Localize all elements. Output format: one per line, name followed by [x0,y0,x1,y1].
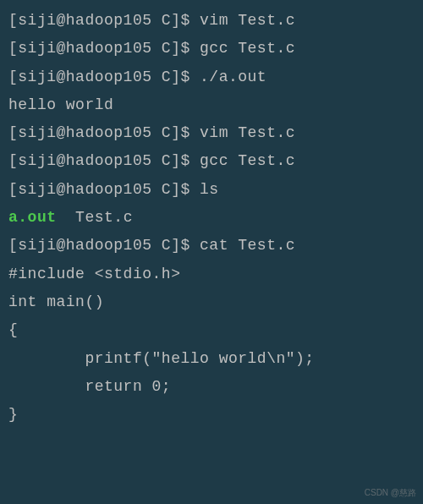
command-ls: ls [200,181,219,198]
prompt: [siji@hadoop105 C]$ [8,124,200,141]
source-main: int main() [8,288,415,316]
prompt: [siji@hadoop105 C]$ [8,152,200,169]
prompt: [siji@hadoop105 C]$ [8,12,200,29]
prompt: [siji@hadoop105 C]$ [8,181,200,198]
terminal-line-3: [siji@hadoop105 C]$ ./a.out [8,63,415,91]
command-vim: vim Test.c [200,124,295,141]
ls-output: a.out Test.c [8,204,415,232]
terminal-line-5: [siji@hadoop105 C]$ vim Test.c [8,119,415,147]
prompt: [siji@hadoop105 C]$ [8,40,200,57]
terminal-line-1: [siji@hadoop105 C]$ vim Test.c [8,7,415,35]
source-include: #include <stdio.h> [8,260,415,288]
source-return: return 0; [8,373,415,401]
ls-regular-file: Test.c [57,209,133,226]
terminal-line-7: [siji@hadoop105 C]$ ls [8,176,415,204]
watermark: CSDN @慈路 [365,485,416,501]
source-brace-open: { [8,316,415,344]
source-printf: printf("hello world\n"); [8,345,415,373]
source-brace-close: } [8,401,415,429]
ls-executable: a.out [8,209,57,226]
terminal-line-9: [siji@hadoop105 C]$ cat Test.c [8,232,415,260]
command-gcc: gcc Test.c [200,40,295,57]
command-run: ./a.out [200,68,266,85]
command-gcc: gcc Test.c [200,152,295,169]
output-hello: hello world [8,91,415,119]
prompt: [siji@hadoop105 C]$ [8,237,200,254]
command-cat: cat Test.c [200,237,295,254]
terminal-line-2: [siji@hadoop105 C]$ gcc Test.c [8,35,415,63]
terminal-line-6: [siji@hadoop105 C]$ gcc Test.c [8,147,415,175]
command-vim: vim Test.c [200,12,295,29]
prompt: [siji@hadoop105 C]$ [8,68,200,85]
